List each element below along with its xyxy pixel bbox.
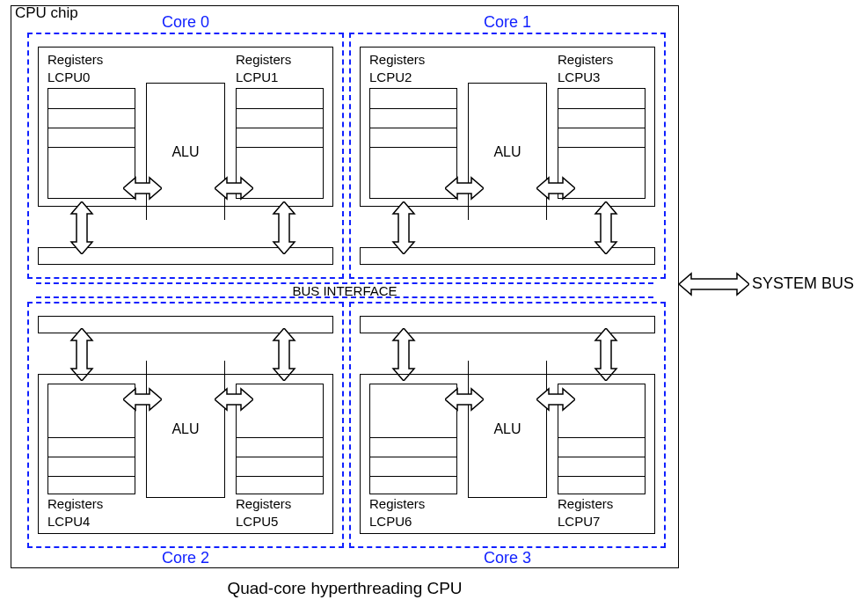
bidirectional-arrow-icon	[391, 201, 416, 254]
core-1-inner: Registers LCPU2 ALU Registers LCPU3	[360, 47, 655, 207]
core-0-label: Core 0	[162, 13, 209, 32]
regs-label-lcpu3: Registers LCPU3	[558, 51, 646, 85]
core-3-label: Core 3	[484, 549, 531, 567]
regs-title: Registers	[236, 496, 291, 511]
regs-title: Registers	[558, 496, 613, 511]
bus-interface-label: BUS INTERFACE	[292, 283, 397, 298]
svg-marker-9	[274, 328, 295, 381]
regs-lcpu2	[369, 88, 457, 199]
regs-title: Registers	[369, 496, 425, 511]
core-2-inner: Registers LCPU4 ALU Registers LCPU5	[38, 374, 333, 534]
regs-id: LCPU1	[236, 69, 278, 84]
core-2-label: Core 2	[162, 549, 209, 567]
bidirectional-arrow-icon	[215, 387, 253, 412]
regs-label-lcpu0: Registers LCPU0	[47, 51, 135, 85]
bus-interface: BUS INTERFACE	[36, 282, 653, 298]
svg-marker-15	[536, 389, 575, 410]
regs-label-lcpu6: Registers LCPU6	[369, 495, 457, 530]
core-0-inner: Registers LCPU0 ALU Registers LCPU1	[38, 47, 333, 207]
core-3: Core 3 Registers LCPU6 ALU Registers	[349, 302, 666, 548]
regs-id: LCPU4	[47, 514, 90, 529]
svg-marker-14	[445, 389, 484, 410]
bidirectional-arrow-icon	[536, 176, 575, 201]
core-3-inner: Registers LCPU6 ALU Registers LCPU7	[360, 374, 655, 534]
regs-label-lcpu5: Registers LCPU5	[236, 495, 324, 530]
regs-title: Registers	[47, 52, 103, 67]
bidirectional-arrow-icon	[69, 201, 94, 254]
core-1: Core 1 Registers LCPU2 ALU Registers LCP…	[349, 33, 666, 279]
core-2: Core 2 Registers LCPU4 ALU Registers	[27, 302, 344, 548]
regs-title: Registers	[558, 52, 613, 67]
regs-id: LCPU3	[558, 69, 600, 84]
svg-marker-12	[393, 328, 414, 381]
core-0: Core 0 Registers LCPU0 ALU Registers LCP…	[27, 33, 344, 279]
regs-id: LCPU5	[236, 514, 278, 529]
svg-marker-7	[595, 201, 616, 254]
bidirectional-arrow-icon	[69, 328, 94, 381]
regs-id: LCPU2	[369, 69, 412, 84]
svg-marker-1	[215, 178, 253, 199]
alu-label: ALU	[493, 144, 521, 160]
core-1-label: Core 1	[484, 13, 531, 32]
bidirectional-arrow-icon	[123, 176, 162, 201]
regs-lcpu4	[47, 384, 135, 494]
alu-label: ALU	[171, 144, 199, 160]
svg-marker-0	[123, 178, 162, 199]
bidirectional-arrow-icon	[536, 387, 575, 412]
bidirectional-arrow-icon	[594, 328, 618, 381]
regs-id: LCPU6	[369, 514, 412, 529]
svg-marker-10	[123, 389, 162, 410]
regs-title: Registers	[369, 52, 425, 67]
svg-marker-2	[71, 201, 92, 254]
regs-id: LCPU0	[47, 69, 90, 84]
bidirectional-arrow-icon	[272, 328, 296, 381]
svg-marker-4	[445, 178, 484, 199]
system-bus-label: SYSTEM BUS	[752, 274, 854, 293]
regs-id: LCPU7	[558, 514, 600, 529]
bidirectional-arrow-icon	[445, 387, 484, 412]
svg-marker-13	[595, 328, 616, 381]
alu-2: ALU	[146, 361, 225, 498]
bidirectional-arrow-icon	[445, 176, 484, 201]
regs-label-lcpu2: Registers LCPU2	[369, 51, 457, 85]
regs-title: Registers	[236, 52, 291, 67]
svg-marker-5	[536, 178, 575, 199]
svg-marker-6	[393, 201, 414, 254]
regs-label-lcpu1: Registers LCPU1	[236, 51, 324, 85]
bidirectional-arrow-icon	[272, 201, 296, 254]
regs-title: Registers	[47, 496, 103, 511]
alu-3: ALU	[468, 361, 547, 498]
bidirectional-arrow-icon	[215, 176, 253, 201]
regs-lcpu0	[47, 88, 135, 199]
svg-marker-3	[274, 201, 295, 254]
regs-lcpu6	[369, 384, 457, 494]
bidirectional-arrow-icon	[594, 201, 618, 254]
bidirectional-arrow-icon	[391, 328, 416, 381]
svg-marker-11	[215, 389, 253, 410]
bidirectional-arrow-icon	[123, 387, 162, 412]
cpu-chip: CPU chip Core 0 Registers LCPU0 ALU Regi…	[11, 5, 679, 568]
system-bus-arrow-icon	[679, 271, 749, 297]
regs-label-lcpu7: Registers LCPU7	[558, 495, 646, 530]
svg-marker-16	[679, 274, 749, 295]
alu-label: ALU	[171, 421, 199, 437]
caption: Quad-core hyperthreading CPU	[11, 579, 679, 598]
chip-label: CPU chip	[15, 4, 78, 22]
svg-marker-8	[71, 328, 92, 381]
alu-label: ALU	[493, 421, 521, 437]
regs-label-lcpu4: Registers LCPU4	[47, 495, 135, 530]
